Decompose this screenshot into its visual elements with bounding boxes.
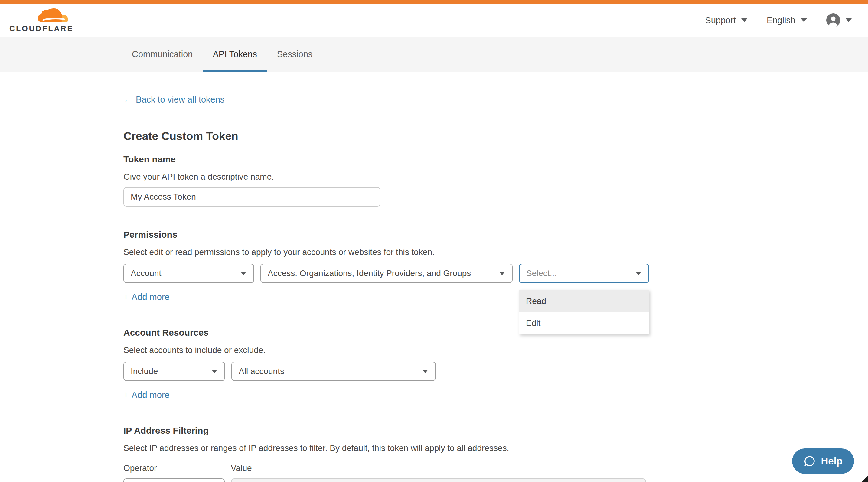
brand-accent-bar xyxy=(0,0,868,4)
header: CLOUDFLARE Support English xyxy=(0,4,868,37)
plus-icon: + xyxy=(123,390,128,400)
permissions-section: Permissions Select edit or read permissi… xyxy=(123,229,774,302)
permission-resource-select[interactable]: Access: Organizations, Identity Provider… xyxy=(260,264,513,283)
ip-operator-select[interactable]: Select... xyxy=(123,478,225,482)
permission-scope-value: Account xyxy=(131,268,161,278)
back-to-tokens-link[interactable]: ← Back to view all tokens xyxy=(123,95,224,105)
tab-api-tokens[interactable]: API Tokens xyxy=(203,37,267,72)
tab-communication[interactable]: Communication xyxy=(122,37,203,72)
permission-level-wrap: Select... Read Edit xyxy=(519,264,649,283)
header-controls: Support English xyxy=(705,13,852,27)
help-button[interactable]: Help xyxy=(792,448,854,474)
add-more-label: Add more xyxy=(131,292,170,302)
avatar xyxy=(826,13,840,27)
chevron-down-icon xyxy=(212,370,217,373)
account-resources-row: Include All accounts xyxy=(123,362,774,381)
permission-scope-select[interactable]: Account xyxy=(123,264,254,283)
resource-mode-select[interactable]: Include xyxy=(123,362,225,381)
tab-label: Communication xyxy=(132,49,193,59)
permissions-heading: Permissions xyxy=(123,229,774,240)
account-menu[interactable] xyxy=(826,13,852,27)
resource-accounts-select[interactable]: All accounts xyxy=(231,362,436,381)
support-menu-label: Support xyxy=(705,15,736,25)
resource-accounts-value: All accounts xyxy=(239,366,284,376)
language-menu[interactable]: English xyxy=(767,15,807,25)
ip-filtering-heading: IP Address Filtering xyxy=(123,425,774,436)
add-more-permission-link[interactable]: + Add more xyxy=(123,292,170,302)
mouse-cursor-artifact xyxy=(861,475,868,482)
token-name-section: Token name Give your API token a descrip… xyxy=(123,154,774,206)
token-name-description: Give your API token a descriptive name. xyxy=(123,172,774,182)
account-resources-description: Select accounts to include or exclude. xyxy=(123,345,774,355)
cloudflare-logo[interactable]: CLOUDFLARE xyxy=(9,8,71,33)
ip-filtering-section: IP Address Filtering Select IP addresses… xyxy=(123,425,774,482)
chevron-down-icon xyxy=(801,19,807,22)
dropdown-option-edit[interactable]: Edit xyxy=(519,312,649,334)
back-link-label: Back to view all tokens xyxy=(136,95,224,105)
support-menu[interactable]: Support xyxy=(705,15,747,25)
tab-label: API Tokens xyxy=(213,49,257,59)
permission-level-placeholder: Select... xyxy=(526,268,557,278)
operator-label: Operator xyxy=(123,463,231,473)
chevron-down-icon xyxy=(846,19,852,22)
account-resources-heading: Account Resources xyxy=(123,327,774,338)
resource-mode-value: Include xyxy=(131,366,158,376)
dropdown-option-read[interactable]: Read xyxy=(519,290,649,312)
chevron-down-icon xyxy=(241,272,246,275)
chevron-down-icon xyxy=(499,272,505,275)
back-arrow-icon: ← xyxy=(123,95,132,105)
add-more-account-resource-link[interactable]: + Add more xyxy=(123,390,170,400)
profile-tabbar: Communication API Tokens Sessions xyxy=(0,37,868,72)
add-more-label: Add more xyxy=(131,390,170,400)
chevron-down-icon xyxy=(423,370,428,373)
ip-field-labels: Operator Value xyxy=(123,463,774,473)
chevron-down-icon xyxy=(636,272,641,275)
create-token-page: ← Back to view all tokens Create Custom … xyxy=(0,72,774,482)
page-title: Create Custom Token xyxy=(123,130,774,143)
tab-label: Sessions xyxy=(277,49,313,59)
ip-filtering-description: Select IP addresses or ranges of IP addr… xyxy=(123,443,774,453)
plus-icon: + xyxy=(123,292,128,302)
cloudflare-wordmark: CLOUDFLARE xyxy=(9,24,71,33)
permission-row: Account Access: Organizations, Identity … xyxy=(123,264,774,283)
user-avatar-icon xyxy=(826,13,840,27)
token-name-input[interactable] xyxy=(123,187,380,206)
tab-sessions[interactable]: Sessions xyxy=(267,37,323,72)
ip-value-input[interactable] xyxy=(231,478,646,482)
cloudflare-cloud-icon xyxy=(37,8,71,24)
account-resources-section: Account Resources Select accounts to inc… xyxy=(123,327,774,400)
option-label: Edit xyxy=(526,318,540,328)
chat-bubble-icon xyxy=(804,455,816,467)
ip-filter-row: Select... xyxy=(123,478,774,482)
permissions-description: Select edit or read permissions to apply… xyxy=(123,247,774,257)
permission-level-dropdown-menu: Read Edit xyxy=(519,290,649,334)
token-name-heading: Token name xyxy=(123,154,774,164)
chevron-down-icon xyxy=(741,19,747,22)
permission-level-select[interactable]: Select... xyxy=(519,264,649,283)
permission-resource-value: Access: Organizations, Identity Provider… xyxy=(268,268,471,278)
value-label: Value xyxy=(231,463,252,473)
language-menu-label: English xyxy=(767,15,796,25)
option-label: Read xyxy=(526,296,546,306)
help-button-label: Help xyxy=(821,455,843,467)
